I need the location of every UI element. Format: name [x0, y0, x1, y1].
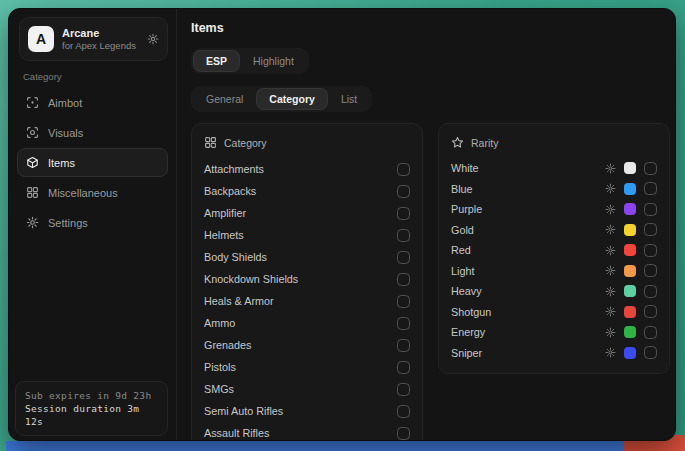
brand-settings-icon[interactable]	[147, 33, 159, 45]
category-item-label: Pistols	[204, 361, 236, 373]
main-content: Items ESPHighlight GeneralCategoryList C…	[177, 9, 676, 440]
sniper-checkbox[interactable]	[644, 346, 657, 359]
sidebar-menu: AimbotVisualsItemsMiscellaneousSettings	[17, 88, 168, 237]
rarity-row-controls	[605, 264, 657, 277]
heavy-checkbox[interactable]	[644, 285, 657, 298]
helmets-checkbox[interactable]	[397, 229, 410, 242]
rarity-settings-icon[interactable]	[605, 245, 616, 256]
sidebar-item-settings[interactable]: Settings	[17, 208, 168, 237]
rarity-settings-icon[interactable]	[605, 347, 616, 358]
rarity-color-swatch[interactable]	[624, 162, 636, 174]
category-row-amplifier: Amplifier	[204, 202, 410, 224]
rarity-settings-icon[interactable]	[605, 163, 616, 174]
shotgun-checkbox[interactable]	[644, 305, 657, 318]
category-row-backpacks: Backpacks	[204, 180, 410, 202]
tab-general[interactable]: General	[194, 89, 255, 109]
rarity-row-white: White	[451, 158, 657, 179]
rarity-row-shotgun: Shotgun	[451, 302, 657, 323]
rarity-row-controls	[605, 305, 657, 318]
app-window: A Arcane for Apex Legends Category Aimbo…	[8, 8, 676, 441]
app-subtitle: for Apex Legends	[62, 40, 139, 52]
tab-category[interactable]: Category	[257, 89, 327, 109]
amplifier-checkbox[interactable]	[397, 207, 410, 220]
heals-armor-checkbox[interactable]	[397, 295, 410, 308]
rarity-row-heavy: Heavy	[451, 281, 657, 302]
category-list: AttachmentsBackpacksAmplifierHelmetsBody…	[204, 158, 410, 441]
category-row-pistols: Pistols	[204, 356, 410, 378]
pistols-checkbox[interactable]	[397, 361, 410, 374]
rarity-color-swatch[interactable]	[624, 203, 636, 215]
tab-list[interactable]: List	[329, 89, 369, 109]
sidebar-item-visuals[interactable]: Visuals	[17, 118, 168, 147]
purple-checkbox[interactable]	[644, 203, 657, 216]
rarity-color-swatch[interactable]	[624, 224, 636, 236]
white-checkbox[interactable]	[644, 162, 657, 175]
app-name: Arcane	[62, 27, 139, 40]
blue-checkbox[interactable]	[644, 182, 657, 195]
rarity-settings-icon[interactable]	[605, 286, 616, 297]
rarity-color-swatch[interactable]	[624, 183, 636, 195]
category-row-ammo: Ammo	[204, 312, 410, 334]
gold-checkbox[interactable]	[644, 223, 657, 236]
rarity-color-swatch[interactable]	[624, 285, 636, 297]
sidebar-item-miscellaneous[interactable]: Miscellaneous	[17, 178, 168, 207]
view-tab-group: GeneralCategoryList	[191, 86, 372, 112]
rarity-item-label: Red	[451, 244, 605, 256]
category-row-smgs: SMGs	[204, 378, 410, 400]
session-duration-text: Session duration 3m 12s	[25, 402, 158, 428]
body-shields-checkbox[interactable]	[397, 251, 410, 264]
rarity-item-label: Blue	[451, 183, 605, 195]
category-item-label: Amplifier	[204, 207, 246, 219]
rarity-settings-icon[interactable]	[605, 265, 616, 276]
ammo-checkbox[interactable]	[397, 317, 410, 330]
scan-eye-icon	[26, 126, 39, 139]
assault-rifles-checkbox[interactable]	[397, 427, 410, 440]
rarity-item-label: Purple	[451, 203, 605, 215]
energy-checkbox[interactable]	[644, 326, 657, 339]
rarity-row-controls	[605, 162, 657, 175]
rarity-settings-icon[interactable]	[605, 204, 616, 215]
rarity-settings-icon[interactable]	[605, 327, 616, 338]
rarity-row-red: Red	[451, 240, 657, 261]
rarity-row-light: Light	[451, 261, 657, 282]
smgs-checkbox[interactable]	[397, 383, 410, 396]
knockdown-shields-checkbox[interactable]	[397, 273, 410, 286]
mode-tab-group: ESPHighlight	[191, 48, 309, 74]
sidebar-item-aimbot[interactable]: Aimbot	[17, 88, 168, 117]
rarity-color-swatch[interactable]	[624, 265, 636, 277]
rarity-row-controls	[605, 203, 657, 216]
rarity-item-label: Energy	[451, 326, 605, 338]
sidebar-section-label: Category	[23, 71, 168, 82]
rarity-row-controls	[605, 326, 657, 339]
category-row-body-shields: Body Shields	[204, 246, 410, 268]
red-checkbox[interactable]	[644, 244, 657, 257]
rarity-item-label: Heavy	[451, 285, 605, 297]
category-row-grenades: Grenades	[204, 334, 410, 356]
semi-auto-rifles-checkbox[interactable]	[397, 405, 410, 418]
brand-card: A Arcane for Apex Legends	[19, 17, 168, 61]
sidebar-item-items[interactable]: Items	[17, 148, 168, 177]
backpacks-checkbox[interactable]	[397, 185, 410, 198]
subscription-card: Sub expires in 9d 23h Session duration 3…	[15, 381, 168, 436]
category-item-label: Backpacks	[204, 185, 256, 197]
rarity-panel: Rarity WhiteBluePurpleGoldRedLightHeavyS…	[438, 123, 670, 374]
rarity-settings-icon[interactable]	[605, 183, 616, 194]
tab-esp[interactable]: ESP	[194, 51, 239, 71]
rarity-row-controls	[605, 346, 657, 359]
light-checkbox[interactable]	[644, 264, 657, 277]
tab-highlight[interactable]: Highlight	[241, 51, 306, 71]
rarity-color-swatch[interactable]	[624, 306, 636, 318]
attachments-checkbox[interactable]	[397, 163, 410, 176]
category-item-label: Helmets	[204, 229, 244, 241]
category-row-assault-rifles: Assault Rifles	[204, 422, 410, 441]
rarity-color-swatch[interactable]	[624, 326, 636, 338]
rarity-color-swatch[interactable]	[624, 347, 636, 359]
grenades-checkbox[interactable]	[397, 339, 410, 352]
brand-text: Arcane for Apex Legends	[62, 27, 139, 52]
grid-dashed-icon	[204, 136, 217, 149]
rarity-row-controls	[605, 244, 657, 257]
rarity-color-swatch[interactable]	[624, 244, 636, 256]
rarity-settings-icon[interactable]	[605, 306, 616, 317]
rarity-settings-icon[interactable]	[605, 224, 616, 235]
rarity-row-purple: Purple	[451, 199, 657, 220]
